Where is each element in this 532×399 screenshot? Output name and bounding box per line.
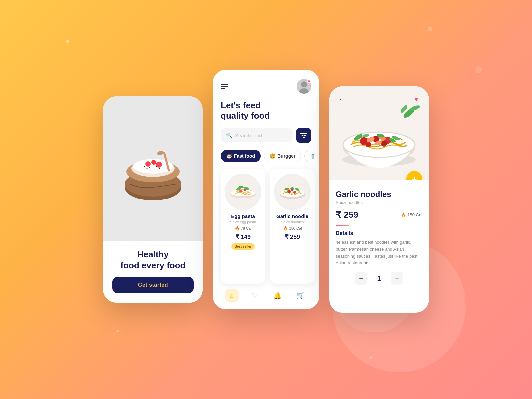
menu-icon[interactable]	[221, 84, 228, 89]
svg-point-5	[145, 161, 151, 167]
garlic-noodle-calories: 🔥 150 Cal	[283, 226, 302, 231]
quantity-row: − 1 +	[336, 267, 422, 287]
garlic-noodle-price: ₹ 259	[285, 233, 300, 241]
home-icon: ⌂	[230, 292, 234, 299]
svg-point-14	[157, 150, 164, 156]
svg-point-39	[290, 187, 294, 189]
drinks-icon: 🥤	[310, 153, 316, 159]
nav-home[interactable]: ⌂	[225, 289, 239, 302]
svg-point-35	[293, 191, 296, 194]
nav-notifications[interactable]: 🔔	[271, 289, 284, 302]
filter-icon	[300, 132, 307, 138]
food-cards-row: Egg pasta Spicy egg pasta 🔥 78 Cal ₹ 149…	[213, 169, 319, 284]
user-avatar-wrap[interactable]	[297, 79, 311, 94]
nav-favorites[interactable]: ♡	[248, 289, 261, 302]
egg-pasta-subtitle: Spicy egg pasta	[230, 220, 256, 224]
fast-food-icon: 🍜	[226, 153, 232, 159]
garlic-noodle-image	[274, 174, 311, 210]
svg-rect-20	[303, 137, 305, 138]
garlic-noodle-subtitle: Spicy noodles	[281, 220, 304, 224]
flame-icon-2: 🔥	[283, 226, 288, 231]
svg-point-12	[159, 168, 160, 169]
decrease-quantity-button[interactable]: −	[355, 272, 367, 285]
favorite-button[interactable]: ♥	[410, 93, 422, 105]
svg-point-10	[149, 167, 150, 168]
coconut-bowl-illustration	[116, 132, 190, 205]
garlic-noodle-name: Garlic noodle	[276, 213, 308, 219]
egg-pasta-calories: 🔥 78 Cal	[235, 226, 252, 231]
svg-point-30	[244, 189, 246, 191]
category-fast-food[interactable]: 🍜 Fast food	[221, 150, 261, 162]
price-cal-row: ₹ 259 🔥 150 Cal	[336, 210, 422, 220]
onboarding-title: Healthy food every food	[120, 249, 185, 271]
onboarding-bottom: Healthy food every food Get started	[103, 241, 203, 303]
increase-quantity-button[interactable]: +	[391, 272, 403, 285]
svg-point-9	[147, 168, 148, 169]
app-header	[213, 70, 319, 99]
flame-icon-1: 🔥	[235, 226, 240, 231]
details-heading: Details	[336, 230, 422, 236]
main-app-phone: Let's feed quality food 🔍 Search food	[213, 70, 319, 309]
svg-point-34	[287, 190, 291, 193]
dish-price: ₹ 259	[336, 210, 358, 220]
onboarding-phone: Healthy food every food Get started	[103, 96, 203, 303]
detail-image-area: ← ♥	[329, 86, 429, 180]
onboarding-image-area	[103, 96, 203, 241]
category-row: 🍜 Fast food 🍔 Burgger 🥤	[213, 150, 319, 169]
search-row: 🔍 Search food	[213, 128, 319, 150]
food-card-garlic-noodle[interactable]: Garlic noodle Spicy noodles 🔥 150 Cal ₹ …	[270, 169, 315, 284]
svg-point-22	[301, 135, 303, 137]
detail-flame-icon: 🔥	[401, 213, 406, 217]
category-burger[interactable]: 🍔 Burgger	[264, 150, 301, 162]
cart-icon: 🛒	[296, 291, 304, 299]
dish-subtitle: Spicy noodles	[336, 200, 422, 205]
dish-name: Garlic noodles	[336, 190, 422, 199]
search-icon: 🔍	[226, 132, 232, 138]
bottom-navigation: ⌂ ♡ 🔔 🛒	[213, 284, 319, 309]
get-started-button[interactable]: Get started	[112, 277, 194, 293]
back-button[interactable]: ←	[336, 93, 348, 105]
svg-point-8	[144, 166, 145, 167]
svg-point-6	[151, 160, 156, 165]
detail-content: Garlic noodles Spicy noodles ₹ 259 🔥 150…	[329, 180, 429, 313]
detail-header: ← ♥	[329, 93, 429, 105]
search-placeholder-text: Search food	[235, 133, 262, 138]
notification-dot	[307, 80, 311, 83]
burger-icon: 🍔	[270, 153, 275, 159]
svg-point-7	[156, 162, 162, 168]
svg-point-21	[304, 133, 306, 135]
food-card-egg-pasta[interactable]: Egg pasta Spicy egg pasta 🔥 78 Cal ₹ 149…	[221, 169, 265, 284]
svg-point-16	[301, 81, 307, 87]
nav-cart[interactable]: 🛒	[293, 289, 307, 302]
bell-icon: 🔔	[273, 291, 282, 299]
egg-pasta-name: Egg pasta	[231, 213, 255, 219]
egg-pasta-price: ₹ 149	[235, 233, 251, 241]
svg-point-11	[156, 166, 157, 167]
detail-phone: ← ♥	[329, 86, 429, 313]
details-description: he easiest and best noodles with garlic,…	[336, 239, 422, 267]
best-seller-badge: Best seller	[231, 243, 255, 250]
svg-point-48	[381, 141, 387, 147]
svg-point-47	[366, 142, 371, 147]
filter-button[interactable]	[296, 128, 311, 143]
phones-container: Healthy food every food Get started	[103, 86, 429, 313]
search-box[interactable]: 🔍 Search food	[221, 128, 293, 142]
svg-point-29	[239, 190, 242, 192]
greeting-text: Let's feed quality food	[221, 100, 311, 121]
heart-icon: ♡	[252, 291, 258, 299]
greeting-section: Let's feed quality food	[213, 99, 319, 128]
details-divider	[336, 225, 349, 226]
dish-calories: 🔥 150 Cal	[401, 212, 422, 217]
quantity-display: 1	[374, 275, 384, 282]
egg-pasta-image	[225, 174, 261, 210]
category-drinks[interactable]: 🥤	[304, 150, 319, 162]
